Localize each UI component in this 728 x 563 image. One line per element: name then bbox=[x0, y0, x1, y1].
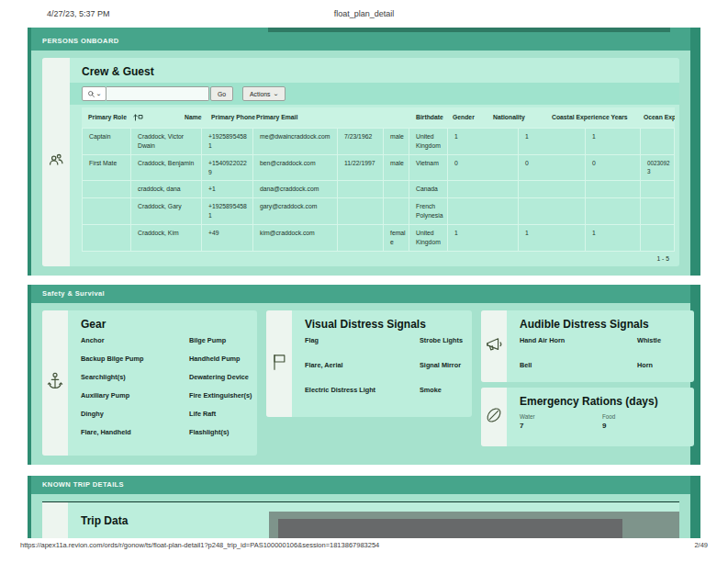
table-cell-birthdate bbox=[338, 225, 384, 252]
search-options-button[interactable]: ⌄ bbox=[82, 86, 106, 101]
gear-item: Dewatering Device bbox=[189, 373, 252, 391]
trip-data-card: Trip Data bbox=[42, 501, 679, 538]
column-header-ocean-exp[interactable]: Ocean Exp bbox=[644, 114, 675, 120]
column-header-coastal-experience[interactable]: Coastal Experience Years bbox=[552, 114, 628, 120]
trip-map-frame bbox=[269, 512, 679, 538]
known-trip-details-body: Trip Data bbox=[31, 494, 690, 538]
table-cell-role bbox=[82, 181, 131, 198]
emergency-rations-title: Emergency Rations (days) bbox=[520, 395, 685, 408]
table-cell-birthdate: 11/22/1997 bbox=[338, 155, 384, 182]
table-cell-gender bbox=[384, 198, 409, 225]
table-cell-phone: +15409220229 bbox=[202, 155, 253, 182]
table-cell-c4 bbox=[641, 129, 675, 155]
section-persons-onboard: PERSONS ONBOARD Crew & Guest bbox=[28, 28, 700, 276]
gear-item: Flashlight(s) bbox=[189, 428, 252, 446]
crew-table-header-row: Primary Role Name Primary Phone Primary … bbox=[82, 107, 675, 129]
visual-distress-item: Flare, Aerial bbox=[305, 361, 420, 386]
table-cell-c3 bbox=[586, 198, 641, 225]
water-label: Water bbox=[520, 413, 602, 420]
column-header-primary-role[interactable]: Primary Role bbox=[88, 114, 127, 120]
gear-item: Anchor bbox=[81, 336, 189, 355]
crew-guest-title: Crew & Guest bbox=[70, 58, 679, 83]
gear-item: Dinghy bbox=[81, 410, 189, 428]
gear-item: Handheld Pump bbox=[189, 355, 252, 373]
actions-button[interactable]: Actions ⌄ bbox=[242, 86, 286, 101]
megaphone-icon bbox=[484, 335, 504, 357]
gear-card: Gear AnchorBilge PumpBackup Bilge PumpHa… bbox=[42, 310, 257, 456]
emergency-rations-card: Emergency Rations (days) Water 7 Food 9 bbox=[481, 388, 694, 446]
persons-onboard-header: PERSONS ONBOARD bbox=[31, 32, 690, 51]
table-cell-c2 bbox=[519, 181, 586, 198]
table-cell-birthdate: 7/23/1962 bbox=[338, 129, 384, 155]
go-button[interactable]: Go bbox=[210, 86, 233, 101]
table-cell-nationality: United Kingdom bbox=[409, 225, 448, 252]
rations-icon-strip bbox=[481, 388, 507, 446]
table-cell-c1: 0 bbox=[448, 155, 519, 182]
search-input[interactable] bbox=[106, 86, 209, 101]
table-cell-phone: +49 bbox=[202, 225, 253, 252]
lemon-icon bbox=[485, 406, 503, 428]
table-cell-email: gary@craddock.com bbox=[253, 198, 338, 225]
pagination-range: 1 - 5 bbox=[82, 252, 675, 266]
water-field: Water 7 bbox=[520, 413, 602, 430]
gear-item: Searchlight(s) bbox=[81, 373, 189, 391]
table-cell-birthdate bbox=[338, 181, 384, 198]
safety-survival-header: Safety & Survival bbox=[31, 285, 690, 303]
crew-table-body: CaptainCraddock, Victor Dwain+1925895458… bbox=[82, 129, 675, 252]
audible-distress-item: Horn bbox=[637, 361, 685, 386]
table-cell-c3 bbox=[586, 181, 641, 198]
column-header-primary-email[interactable]: Primary Email bbox=[256, 114, 297, 120]
gear-item: Backup Bilge Pump bbox=[81, 355, 189, 373]
visual-distress-item: Smoke bbox=[420, 386, 463, 411]
column-header-name[interactable]: Name bbox=[185, 114, 202, 120]
visual-distress-items: FlagStrobe LightsFlare, AerialSignal Mir… bbox=[305, 336, 463, 411]
table-cell-phone: +19258954581 bbox=[202, 129, 253, 155]
chevron-down-icon: ⌄ bbox=[95, 91, 102, 96]
table-cell-c2: 1 bbox=[519, 225, 586, 252]
table-cell-c4: 00230923 bbox=[641, 155, 675, 182]
table-cell-name: Craddock, Victor Dwain bbox=[131, 129, 202, 155]
table-row: craddock, dana+1dana@craddock.comCanada bbox=[82, 181, 675, 198]
table-cell-name: Craddock, Gary bbox=[131, 198, 202, 225]
table-cell-c3: 0 bbox=[586, 155, 641, 182]
audible-distress-items: Hand Air HornWhistleBellHorn bbox=[520, 336, 685, 386]
table-cell-c1 bbox=[448, 181, 519, 198]
visual-distress-title: Visual Distress Signals bbox=[305, 318, 463, 331]
table-cell-c4 bbox=[641, 181, 675, 198]
table-cell-gender bbox=[384, 181, 409, 198]
column-header-nationality[interactable]: Nationality bbox=[493, 114, 525, 120]
table-cell-c2: 1 bbox=[519, 129, 586, 155]
search-icon bbox=[87, 90, 95, 98]
actions-label: Actions bbox=[250, 91, 270, 97]
visual-distress-item: Strobe Lights bbox=[420, 336, 463, 361]
print-datetime: 4/27/23, 5:37 PM bbox=[47, 9, 110, 18]
table-row: Craddock, Kim+49kim@craddock.comfemaleUn… bbox=[82, 225, 675, 252]
search-toolbar: ⌄ Go Actions ⌄ bbox=[70, 83, 679, 105]
table-cell-nationality: French Polynesia bbox=[409, 198, 448, 225]
gear-items: AnchorBilge PumpBackup Bilge PumpHandhel… bbox=[81, 336, 248, 446]
table-cell-role bbox=[82, 198, 131, 225]
table-cell-c1 bbox=[448, 198, 519, 225]
table-row: Craddock, Gary+19258954581gary@craddock.… bbox=[82, 198, 675, 225]
table-cell-email: kim@craddock.com bbox=[253, 225, 338, 252]
sort-ascending-icon[interactable] bbox=[133, 113, 143, 121]
anchor-icon bbox=[46, 371, 64, 395]
table-cell-role: Captain bbox=[82, 129, 131, 155]
audible-icon-strip bbox=[481, 310, 507, 382]
print-doc-title: float_plan_detail bbox=[334, 9, 395, 18]
table-cell-name: Craddock, Benjamin bbox=[131, 155, 202, 182]
table-cell-c1: 1 bbox=[448, 129, 519, 155]
crew-table: Primary Role Name Primary Phone Primary … bbox=[82, 107, 675, 252]
table-row: CaptainCraddock, Victor Dwain+1925895458… bbox=[82, 129, 675, 155]
section-known-trip-details: KNOWN TRIP DETAILS Trip Data bbox=[28, 476, 700, 538]
table-cell-gender: male bbox=[384, 129, 409, 155]
column-header-gender[interactable]: Gender bbox=[453, 114, 475, 120]
audible-distress-card: Audible Distress Signals Hand Air HornWh… bbox=[481, 310, 694, 382]
column-header-birthdate[interactable]: Birthdate bbox=[416, 114, 443, 120]
table-cell-gender: female bbox=[384, 225, 409, 252]
visual-icon-strip bbox=[266, 310, 292, 417]
column-header-primary-phone[interactable]: Primary Phone bbox=[211, 114, 255, 120]
table-cell-gender: male bbox=[384, 155, 409, 182]
print-url: https://apex11a.revion.com/ords/r/gonow/… bbox=[20, 541, 379, 549]
table-cell-c2 bbox=[519, 198, 586, 225]
